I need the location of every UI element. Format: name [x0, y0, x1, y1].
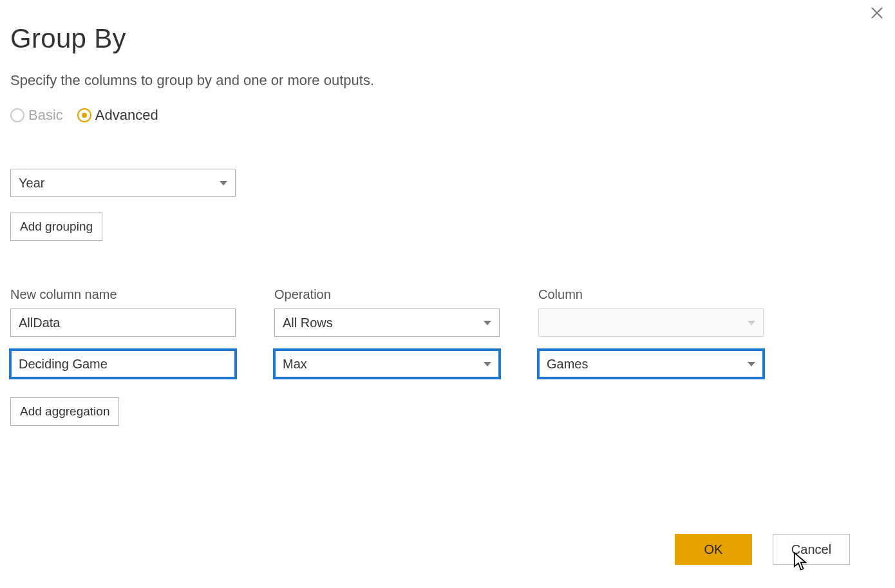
add-grouping-label: Add grouping — [20, 220, 93, 234]
dialog-subtitle: Specify the columns to group by and one … — [10, 72, 885, 89]
cancel-button[interactable]: Cancel — [773, 534, 850, 565]
radio-basic[interactable]: Basic — [10, 107, 63, 124]
radio-advanced[interactable]: Advanced — [77, 107, 158, 124]
radio-advanced-label: Advanced — [95, 107, 158, 124]
aggregation-headers: New column name Operation Column — [10, 287, 885, 302]
column-dropdown[interactable]: Games — [538, 350, 764, 378]
dialog-footer: OK Cancel — [675, 534, 850, 565]
radio-icon — [77, 108, 91, 122]
group-column-value: Year — [19, 176, 44, 191]
column-value: Games — [547, 357, 588, 372]
operation-value: Max — [283, 357, 307, 372]
ok-button[interactable]: OK — [675, 534, 752, 565]
column-dropdown — [538, 308, 764, 337]
chevron-down-icon — [748, 357, 755, 372]
header-operation: Operation — [274, 287, 500, 302]
operation-dropdown[interactable]: All Rows — [274, 308, 500, 337]
group-column-dropdown[interactable]: Year — [10, 169, 236, 197]
new-column-name-value: Deciding Game — [19, 357, 108, 372]
add-aggregation-button[interactable]: Add aggregation — [10, 397, 119, 426]
add-grouping-button[interactable]: Add grouping — [10, 213, 102, 241]
aggregation-row: Deciding Game Max Games — [10, 350, 885, 378]
cancel-label: Cancel — [791, 542, 831, 556]
mode-radio-group: Basic Advanced — [10, 107, 885, 124]
group-by-dialog: Group By Specify the columns to group by… — [0, 0, 895, 588]
operation-value: All Rows — [283, 316, 333, 330]
new-column-name-value: AllData — [19, 316, 60, 330]
header-column: Column — [538, 287, 764, 302]
header-new-column: New column name — [10, 287, 236, 302]
radio-basic-label: Basic — [28, 107, 63, 124]
aggregation-row: AllData All Rows — [10, 308, 885, 337]
operation-dropdown[interactable]: Max — [274, 350, 500, 378]
close-button[interactable] — [871, 6, 883, 22]
close-icon — [871, 10, 883, 21]
new-column-name-input[interactable]: Deciding Game — [10, 350, 236, 378]
radio-icon — [10, 108, 24, 122]
ok-label: OK — [704, 542, 723, 556]
chevron-down-icon — [484, 316, 491, 330]
add-aggregation-label: Add aggregation — [20, 404, 109, 419]
chevron-down-icon — [748, 316, 755, 330]
dialog-title: Group By — [10, 23, 885, 54]
chevron-down-icon — [220, 176, 227, 191]
chevron-down-icon — [484, 357, 491, 372]
new-column-name-input[interactable]: AllData — [10, 308, 236, 337]
